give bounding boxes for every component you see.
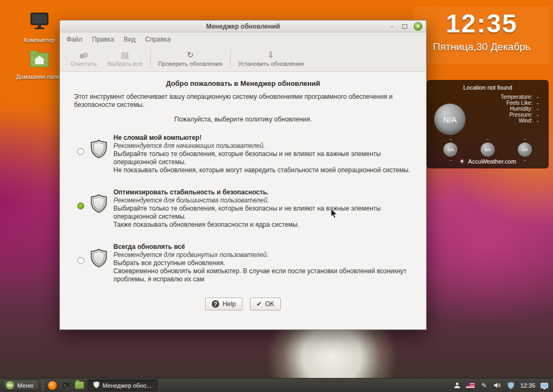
select-all-button-label: Выбрать всё [107, 60, 143, 67]
policy-option-advanced[interactable]: Всегда обновлять всё Рекомендуется для п… [77, 243, 412, 283]
check-icon: ✔ [257, 300, 262, 308]
weather-title: Location not found [427, 80, 549, 91]
weather-source[interactable]: ☀AccuWeather.com [427, 158, 549, 165]
menu-button[interactable]: lm Меню [3, 380, 39, 391]
taskbar-window-button[interactable]: Менеджер обно... [87, 380, 158, 391]
clock-date: Пятница,30 Декабрь [414, 41, 550, 53]
update-manager-window: Менеджер обновлений − × Файл Правка Вид … [59, 20, 427, 330]
clock-widget: 12:35 Пятница,30 Декабрь [414, 10, 550, 53]
weather-field-value: - [537, 118, 542, 124]
help-button-label: Help [222, 300, 236, 308]
clear-button[interactable]: Очистить [68, 50, 100, 67]
policy-subtitle: Рекомендуется для начинающих пользовател… [113, 142, 412, 150]
minimize-button[interactable]: − [388, 23, 396, 31]
eraser-icon [80, 50, 87, 59]
weather-na-badge: N/A [434, 104, 466, 135]
forecast-na-badge: N/A [481, 143, 495, 157]
forecast-value: - [477, 136, 498, 142]
menu-view[interactable]: Вид [124, 36, 136, 43]
terminal-icon: >_ [62, 382, 70, 389]
toolbar-separator [150, 49, 151, 69]
forecast-value: - [514, 136, 536, 142]
ok-button-label: OK [265, 300, 274, 308]
weather-field-label: Pressure: [509, 112, 532, 118]
taskbar: lm Меню >_ Менеджер обно... ✎ [0, 378, 553, 392]
tray-clock[interactable]: 12:35 [520, 382, 535, 389]
file-manager-launcher[interactable] [74, 380, 85, 391]
radio-button[interactable] [77, 257, 84, 264]
terminal-launcher[interactable]: >_ [60, 380, 71, 391]
panel-handle [42, 381, 44, 390]
firefox-icon [48, 381, 57, 390]
maximize-icon [402, 24, 407, 29]
firefox-launcher[interactable] [47, 380, 58, 391]
window-titlebar[interactable]: Менеджер обновлений − × [60, 21, 426, 32]
weather-field-label: Humidity: [510, 106, 532, 112]
system-tray: ✎ 12:35 [453, 381, 550, 390]
shield-icon [91, 194, 107, 215]
weather-field-value: - [537, 112, 542, 118]
welcome-description: Этот инструмент обеспечивает вашу операц… [74, 93, 412, 109]
install-updates-button[interactable]: ⇩ Установить обновления [238, 50, 304, 67]
menu-help[interactable]: Справка [145, 36, 171, 43]
weather-field-label: Feels Like: [507, 100, 532, 106]
clock-time: 12:35 [414, 10, 550, 38]
policy-text: Не сломай мой компьютер! Рекомендуется д… [113, 134, 412, 174]
toolbar-separator [230, 49, 231, 69]
window-content: Добро пожаловать в Менеджер обновлений Э… [60, 72, 426, 310]
policy-title: Всегда обновлять всё [113, 243, 412, 251]
desktop-icon-label: Домашняя папка [16, 73, 63, 80]
menu-button-label: Меню [17, 382, 33, 389]
radio-button[interactable] [77, 148, 84, 155]
policy-option-novice[interactable]: Не сломай мой компьютер! Рекомендуется д… [77, 134, 412, 174]
policy-title: Оптимизировать стабильность и безопаснос… [113, 188, 412, 197]
notes-tool-icon[interactable]: ✎ [480, 381, 488, 390]
weather-source-label: AccuWeather.com [468, 158, 516, 165]
weather-field-value: - [537, 94, 542, 100]
desktop-icon-computer[interactable]: Компьютер [14, 12, 65, 43]
forecast-na-badge: N/A [518, 143, 532, 157]
window-title: Менеджер обновлений [206, 23, 280, 30]
policy-subtitle: Рекомендуется для продвинутых пользовате… [113, 251, 412, 259]
computer-icon [14, 12, 65, 35]
clear-button-label: Очистить [71, 60, 97, 67]
policy-line2: Также показывать обновления безопасности… [113, 221, 412, 229]
mouse-cursor [331, 208, 338, 221]
refresh-button-label: Проверить обновления [158, 60, 222, 67]
refresh-button[interactable]: ↻ Проверить обновления [158, 50, 222, 67]
user-applet-icon[interactable] [453, 381, 461, 390]
select-all-button[interactable]: ▤ Выбрать всё [107, 50, 143, 67]
ok-button[interactable]: ✔ OK [250, 298, 281, 310]
weather-field-value: - [537, 106, 542, 112]
desktop-icon-home[interactable]: Домашняя папка [14, 50, 65, 80]
policy-text: Оптимизировать стабильность и безопаснос… [113, 188, 412, 229]
dialog-buttons: ? Help ✔ OK [74, 298, 412, 310]
policy-line1: Выбрать все доступные обновления. [113, 259, 412, 267]
select-all-icon: ▤ [121, 50, 129, 59]
weather-field-label: Temperature: [501, 94, 532, 100]
menu-edit[interactable]: Правка [92, 36, 114, 43]
policy-subtitle: Рекомендуется для большинства пользовате… [113, 197, 412, 205]
keyboard-layout-flag-icon[interactable] [466, 381, 475, 390]
forecast-value: - [440, 136, 461, 142]
taskbar-window-button-label: Менеджер обно... [103, 382, 151, 389]
policy-option-recommended[interactable]: Оптимизировать стабильность и безопаснос… [77, 188, 412, 229]
volume-icon[interactable] [493, 381, 502, 390]
display-settings-icon[interactable] [540, 381, 549, 390]
install-icon: ⇩ [267, 50, 274, 59]
file-manager-icon [75, 382, 84, 389]
shield-icon [91, 248, 107, 269]
maximize-button[interactable] [401, 23, 409, 31]
refresh-icon: ↻ [187, 50, 194, 59]
close-button[interactable]: × [414, 22, 422, 31]
forecast-na-badge: N/A [443, 143, 457, 157]
policy-line2: Своевременно обновлять мой компьютер. В … [113, 267, 412, 283]
menu-file[interactable]: Файл [66, 36, 83, 43]
window-controls: − × [388, 21, 422, 32]
welcome-heading: Добро пожаловать в Менеджер обновлений [74, 79, 412, 87]
desktop: Компьютер Домашняя папка 12:35 Пятница,3… [0, 0, 553, 392]
help-icon: ? [212, 300, 219, 308]
radio-button[interactable] [77, 202, 84, 209]
update-manager-tray-icon[interactable] [507, 381, 515, 390]
help-button[interactable]: ? Help [205, 298, 242, 310]
